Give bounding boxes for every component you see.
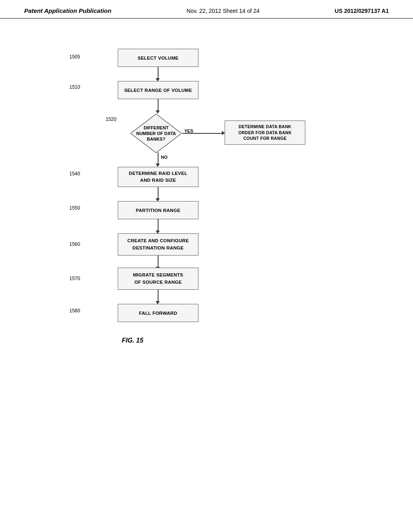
flowchart-diagram: 1505 SELECT VOLUME 1510 SELECT RANGE OF … xyxy=(65,43,348,405)
arrow-1550-1560 xyxy=(158,219,159,231)
arrow-1510-1520 xyxy=(158,99,159,111)
no-label: NO xyxy=(161,155,168,160)
publication-date: Nov. 22, 2012 Sheet 14 of 24 xyxy=(186,8,259,14)
label-1540: 1540 xyxy=(69,171,80,177)
box-select-range: SELECT RANGE OF VOLUME xyxy=(118,81,198,99)
arrow-1540-1550 xyxy=(158,187,159,199)
box-migrate-segments: MIGRATE SEGMENTSOF SOURCE RANGE xyxy=(118,268,198,290)
box-determine-raid: DETERMINE RAID LEVELAND RAID SIZE xyxy=(118,167,198,187)
publication-label: Patent Application Publication xyxy=(24,7,111,14)
figure-caption: FIG. 15 xyxy=(122,337,143,344)
label-1570: 1570 xyxy=(69,276,80,281)
arrow-yes-h xyxy=(182,133,223,134)
label-1560: 1560 xyxy=(69,241,80,247)
diamond-text-1520: DIFFERENTNUMBER OF DATABANKS? xyxy=(136,125,176,142)
box-create-configure: CREATE AND CONFIGUREDESTINATION RANGE xyxy=(118,233,198,256)
patent-number: US 2012/0297137 A1 xyxy=(335,8,389,14)
diamond-1520: DIFFERENTNUMBER OF DATABANKS? xyxy=(130,113,182,154)
box-fall-forward: FALL FORWARD xyxy=(118,304,198,322)
box-determine-data-bank: DETERMINE DATA BANKORDER FOR DATA BANKCO… xyxy=(225,121,305,145)
page-header: Patent Application Publication Nov. 22, … xyxy=(0,0,413,19)
label-1510: 1510 xyxy=(69,84,80,90)
label-1580: 1580 xyxy=(69,308,80,314)
label-1550: 1550 xyxy=(69,205,80,211)
arrowhead-no xyxy=(156,164,160,167)
label-1520: 1520 xyxy=(106,116,117,122)
arrow-no-v xyxy=(158,152,159,164)
box-select-volume: SELECT VOLUME xyxy=(118,49,198,67)
arrow-1570-1580 xyxy=(158,290,159,302)
arrow-1560-1570 xyxy=(158,256,159,268)
box-partition-range: PARTITION RANGE xyxy=(118,201,198,219)
label-1505: 1505 xyxy=(69,54,80,60)
arrow-1505-1510 xyxy=(158,67,159,79)
